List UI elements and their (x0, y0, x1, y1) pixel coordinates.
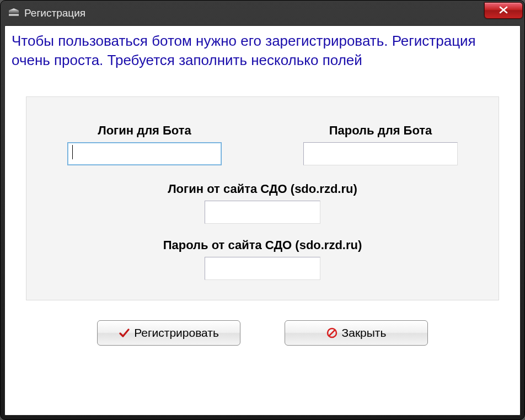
client-area: Чтобы пользоваться ботом нужно его зарег… (4, 25, 521, 416)
sdo-login-label: Логин от сайта СДО (sdo.rzd.ru) (43, 182, 482, 196)
forbid-icon (326, 327, 338, 338)
titlebar[interactable]: Регистрация (4, 4, 521, 25)
app-icon (8, 7, 20, 19)
bot-login-input[interactable] (67, 142, 222, 165)
check-icon (119, 327, 130, 338)
bot-password-input[interactable] (303, 142, 458, 165)
sdo-password-label: Пароль от сайта СДО (sdo.rzd.ru) (43, 238, 482, 252)
bot-login-label: Логин для Бота (49, 123, 240, 138)
registration-window: Регистрация Чтобы пользоваться ботом нуж… (0, 0, 525, 420)
window-close-button[interactable] (484, 2, 523, 19)
close-icon (499, 5, 508, 17)
svg-line-3 (329, 330, 335, 336)
form-group: Логин для Бота Пароль для Бота Логин от … (26, 96, 499, 300)
register-button[interactable]: Регистрировать (97, 320, 240, 346)
sdo-password-input[interactable] (205, 257, 320, 280)
instruction-text: Чтобы пользоваться ботом нужно его зарег… (12, 31, 513, 70)
register-button-label: Регистрировать (134, 326, 219, 340)
svg-rect-0 (9, 10, 19, 13)
button-row: Регистрировать Закрыть (12, 320, 513, 346)
sdo-login-input[interactable] (205, 201, 320, 224)
close-button[interactable]: Закрыть (285, 320, 428, 346)
window-title: Регистрация (24, 7, 85, 19)
close-button-label: Закрыть (342, 326, 387, 340)
svg-rect-1 (9, 14, 19, 16)
bot-password-label: Пароль для Бота (285, 123, 476, 138)
